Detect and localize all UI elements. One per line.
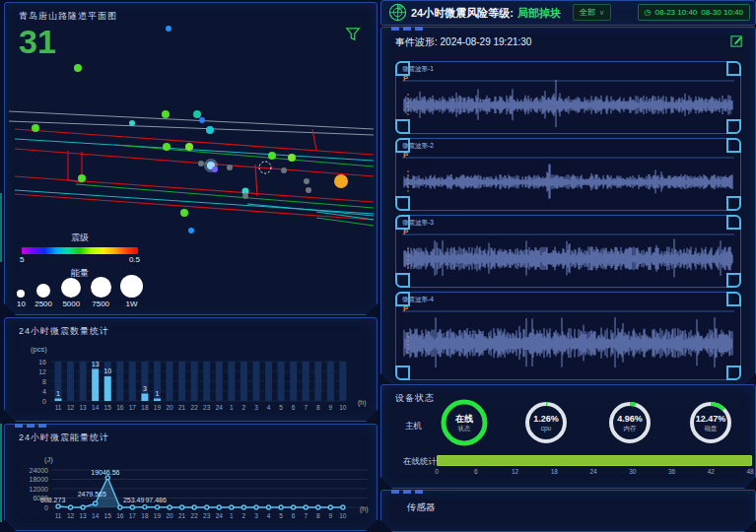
seismic-event-dot[interactable] xyxy=(74,64,82,72)
svg-text:16: 16 xyxy=(116,512,124,519)
line-point[interactable] xyxy=(118,505,122,509)
bar-bg-column xyxy=(228,362,235,401)
seismic-event-dot[interactable] xyxy=(242,193,248,199)
energy-circle xyxy=(36,284,50,298)
line-point[interactable] xyxy=(267,505,271,509)
line-point[interactable] xyxy=(230,505,234,509)
seismic-event-dot[interactable] xyxy=(78,174,86,182)
date-range-end: 08-30 10:40 xyxy=(701,8,743,17)
corner-accent xyxy=(726,292,741,306)
seismic-event-dot[interactable] xyxy=(162,110,170,118)
bar-bg-column xyxy=(314,362,321,401)
line-point[interactable] xyxy=(254,505,258,509)
p-wave-marker: P xyxy=(403,151,408,160)
seismic-event-dot[interactable] xyxy=(306,187,311,193)
online-axis-tick: 24 xyxy=(589,468,596,475)
seismic-event-dot[interactable] xyxy=(163,143,171,151)
svg-text:6: 6 xyxy=(292,404,296,411)
line-point[interactable] xyxy=(105,476,109,480)
line-point[interactable] xyxy=(316,505,320,509)
svg-text:8: 8 xyxy=(316,404,320,411)
seismic-event-dot[interactable] xyxy=(206,126,214,134)
seismic-event-dot[interactable] xyxy=(180,209,188,217)
line-point[interactable] xyxy=(69,505,73,509)
bar-bg-column xyxy=(265,362,272,401)
seismic-event-dot[interactable] xyxy=(304,178,309,184)
line-point[interactable] xyxy=(155,505,159,509)
risk-title-text: 24小时微震风险等级: xyxy=(411,7,514,19)
line-point[interactable] xyxy=(341,505,345,509)
online-axis-tick: 0 xyxy=(435,468,439,475)
waveform-label: 微震波形-3 xyxy=(402,219,434,228)
waveform-box[interactable]: 微震波形-1P xyxy=(395,61,741,134)
date-range-picker[interactable]: ◷ 08-23 10:40 08-30 10:40 xyxy=(638,4,750,21)
svg-text:5: 5 xyxy=(279,512,283,519)
svg-text:(pcs): (pcs) xyxy=(31,345,47,354)
line-point[interactable] xyxy=(81,505,85,509)
seismic-event-dot[interactable] xyxy=(185,143,193,151)
energy-circle-label: 5000 xyxy=(62,299,80,308)
line-point[interactable] xyxy=(205,505,209,509)
seismic-event-dot[interactable] xyxy=(281,167,287,173)
waveform-label: 微震波形-1 xyxy=(402,65,434,74)
seismic-event-dot[interactable] xyxy=(268,152,276,160)
svg-text:14: 14 xyxy=(92,404,100,411)
line-point[interactable] xyxy=(130,505,134,509)
line-point[interactable] xyxy=(143,505,147,509)
line-point[interactable] xyxy=(192,505,196,509)
bar[interactable] xyxy=(104,376,111,401)
filter-dropdown[interactable]: 全部 ∨ xyxy=(573,4,611,21)
status-gauge: 在线状态 xyxy=(439,397,490,448)
seismic-event-dot[interactable] xyxy=(288,154,296,162)
svg-text:17: 17 xyxy=(129,512,137,519)
bar[interactable] xyxy=(154,399,161,402)
svg-text:14: 14 xyxy=(92,512,100,519)
filter-dropdown-value: 全部 xyxy=(580,7,595,18)
seismic-event-dot[interactable] xyxy=(129,120,135,126)
energy-legend-item: 10 xyxy=(17,290,26,308)
energy-circle-label: 1W xyxy=(125,299,137,308)
bar[interactable] xyxy=(55,399,62,402)
svg-text:0: 0 xyxy=(44,504,48,511)
waveform-box[interactable]: 微震波形-2P xyxy=(395,138,741,211)
seismic-event-dot[interactable] xyxy=(188,228,194,233)
svg-text:9: 9 xyxy=(329,512,333,519)
edge-accent xyxy=(0,424,2,522)
line-point[interactable] xyxy=(304,505,308,509)
line-point[interactable] xyxy=(328,505,332,509)
line-point[interactable] xyxy=(217,505,221,509)
line-point[interactable] xyxy=(279,505,283,509)
line-point[interactable] xyxy=(180,505,184,509)
waveform-box[interactable]: 微震波形-4P xyxy=(395,292,741,380)
tunnel-line xyxy=(247,204,374,216)
count-chart-title: 24小时微震数量统计 xyxy=(19,325,109,338)
bar[interactable] xyxy=(92,369,99,402)
seismic-event-dot[interactable] xyxy=(334,174,348,188)
seismic-event-dot[interactable] xyxy=(166,26,172,32)
seismic-event-dot[interactable] xyxy=(212,166,218,172)
svg-text:23: 23 xyxy=(203,512,211,519)
svg-text:1: 1 xyxy=(230,404,234,411)
microseismic-dashboard: 青岛唐山路隧道平面图 31 震级 5 0.5 能量 10250050007500… xyxy=(0,0,756,532)
seismic-event-dot[interactable] xyxy=(227,165,233,170)
line-point[interactable] xyxy=(292,505,296,509)
svg-text:3: 3 xyxy=(143,385,147,392)
svg-text:12: 12 xyxy=(67,404,75,411)
line-point[interactable] xyxy=(56,504,60,508)
svg-text:253.49: 253.49 xyxy=(123,497,145,503)
svg-text:20: 20 xyxy=(166,512,173,519)
line-point[interactable] xyxy=(94,501,98,505)
seismic-event-dot[interactable] xyxy=(193,110,201,118)
bar[interactable] xyxy=(141,394,148,402)
filter-funnel-icon[interactable] xyxy=(345,27,361,42)
svg-text:3: 3 xyxy=(254,404,258,411)
svg-text:10: 10 xyxy=(103,367,111,374)
seismic-event-dot[interactable] xyxy=(199,117,205,123)
svg-text:23: 23 xyxy=(203,404,211,411)
line-point[interactable] xyxy=(241,505,245,509)
line-point[interactable] xyxy=(168,505,172,509)
waveform-box[interactable]: 微震波形-3P xyxy=(395,215,741,288)
magnitude-gradient-bar xyxy=(22,247,138,254)
seismic-event-dot[interactable] xyxy=(32,124,39,132)
seismic-event-dot[interactable] xyxy=(198,161,204,166)
